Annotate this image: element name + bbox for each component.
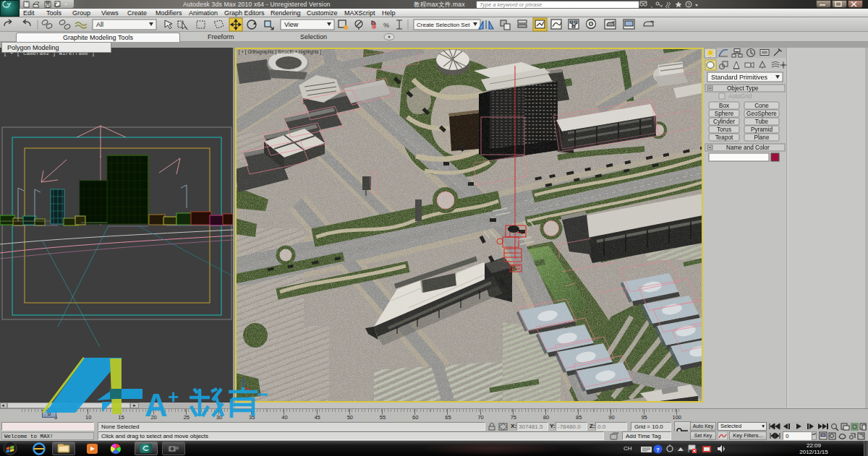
svg-text:Object Type: Object Type [727,85,759,92]
svg-text:Teapot: Teapot [715,134,733,141]
svg-text:All: All [96,21,103,28]
svg-text:GeoSphere: GeoSphere [746,111,777,117]
svg-text:Box: Box [719,103,729,109]
svg-text:Plane: Plane [754,134,770,141]
svg-text:?: ? [687,2,690,7]
svg-text:Tube: Tube [755,119,769,125]
svg-text:%: % [383,22,389,29]
svg-text:+: + [168,386,179,408]
svg-text:Cylinder: Cylinder [713,119,735,125]
svg-text:Cone: Cone [754,103,769,109]
svg-text:Standard Primitives: Standard Primitives [711,74,768,81]
svg-text:Sphere: Sphere [715,111,734,117]
svg-text:Name and Color: Name and Color [726,145,770,151]
svg-text:AutoGrid: AutoGrid [728,93,752,100]
svg-text:Torus: Torus [717,126,731,133]
svg-text:Pyramid: Pyramid [751,126,773,133]
svg-text:Create Selection Set: Create Selection Set [417,22,470,28]
svg-text:A: A [145,387,168,423]
svg-text:?: ? [656,447,660,453]
svg-text:View: View [284,21,299,28]
